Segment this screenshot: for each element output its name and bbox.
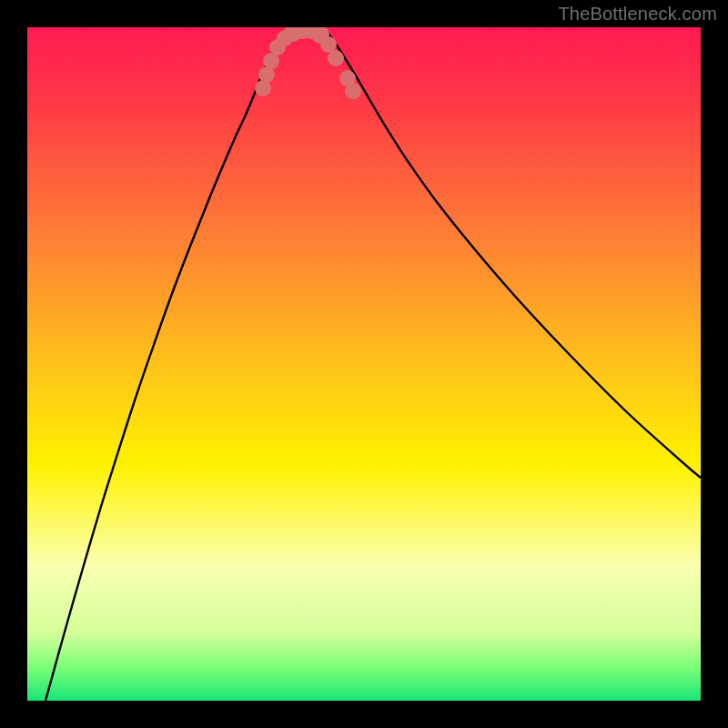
valley-marker [345,83,361,99]
gradient-background [27,27,701,701]
chart-frame: TheBottleneck.com [0,0,728,728]
watermark-text: TheBottleneck.com [558,4,717,25]
plot-area [27,27,701,701]
valley-marker [328,50,344,66]
chart-svg [27,27,701,701]
